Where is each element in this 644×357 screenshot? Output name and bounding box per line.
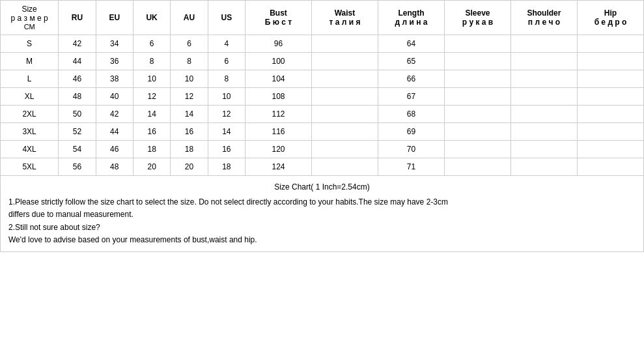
- cell-us: 8: [208, 70, 245, 88]
- cell-length: 64: [378, 35, 445, 53]
- table-row: 3XL524416161411669: [1, 123, 644, 141]
- cell-length: 69: [378, 123, 445, 141]
- header-hip: Hip б е д р о: [577, 1, 643, 35]
- cell-shoulder: [511, 53, 577, 70]
- cell-waist: [312, 141, 378, 158]
- cell-sleeve: [444, 35, 511, 53]
- cell-shoulder: [511, 106, 577, 123]
- cell-bust: 108: [245, 88, 312, 106]
- cell-uk: 18: [133, 141, 170, 158]
- cell-ru: 46: [59, 70, 96, 88]
- cell-sleeve: [444, 158, 511, 176]
- cell-hip: [577, 88, 643, 106]
- header-bust: Bust Б ю с т: [245, 1, 312, 35]
- cell-ru: 50: [59, 106, 96, 123]
- cell-uk: 16: [133, 123, 170, 141]
- cell-waist: [312, 106, 378, 123]
- cell-waist: [312, 53, 378, 70]
- cell-size: XL: [1, 88, 59, 106]
- table-row: S42346649664: [1, 35, 644, 53]
- cell-bust: 96: [245, 35, 312, 53]
- cell-eu: 38: [96, 70, 133, 88]
- cell-bust: 120: [245, 141, 312, 158]
- cell-hip: [577, 106, 643, 123]
- footer-note: 1.Please strictly follow the size chart …: [8, 196, 636, 246]
- footer-title: Size Chart( 1 Inch=2.54cm): [8, 181, 636, 193]
- cell-au: 8: [171, 53, 208, 70]
- cell-shoulder: [511, 70, 577, 88]
- cell-eu: 42: [96, 106, 133, 123]
- cell-bust: 100: [245, 53, 312, 70]
- size-chart-footer: Size Chart( 1 Inch=2.54cm) 1.Please stri…: [0, 176, 644, 252]
- cell-size: L: [1, 70, 59, 88]
- cell-length: 67: [378, 88, 445, 106]
- cell-shoulder: [511, 123, 577, 141]
- cell-length: 68: [378, 106, 445, 123]
- cell-uk: 20: [133, 158, 170, 176]
- cell-hip: [577, 158, 643, 176]
- cell-uk: 6: [133, 35, 170, 53]
- header-shoulder: Shoulder п л е ч о: [511, 1, 577, 35]
- cell-eu: 36: [96, 53, 133, 70]
- cell-eu: 44: [96, 123, 133, 141]
- header-ru: RU: [59, 1, 96, 35]
- table-row: 5XL564820201812471: [1, 158, 644, 176]
- cell-hip: [577, 70, 643, 88]
- table-row: M443688610065: [1, 53, 644, 70]
- cell-us: 14: [208, 123, 245, 141]
- cell-hip: [577, 53, 643, 70]
- cell-shoulder: [511, 141, 577, 158]
- cell-sleeve: [444, 70, 511, 88]
- cell-waist: [312, 123, 378, 141]
- cell-uk: 14: [133, 106, 170, 123]
- cell-size: 4XL: [1, 141, 59, 158]
- cell-waist: [312, 70, 378, 88]
- cell-au: 16: [171, 123, 208, 141]
- cell-sleeve: [444, 106, 511, 123]
- cell-size: S: [1, 35, 59, 53]
- cell-sleeve: [444, 141, 511, 158]
- header-us: US: [208, 1, 245, 35]
- cell-uk: 12: [133, 88, 170, 106]
- cell-size: 5XL: [1, 158, 59, 176]
- cell-length: 71: [378, 158, 445, 176]
- cell-bust: 116: [245, 123, 312, 141]
- cell-length: 66: [378, 70, 445, 88]
- cell-us: 12: [208, 106, 245, 123]
- cell-bust: 124: [245, 158, 312, 176]
- cell-length: 70: [378, 141, 445, 158]
- cell-au: 20: [171, 158, 208, 176]
- cell-ru: 42: [59, 35, 96, 53]
- cell-ru: 52: [59, 123, 96, 141]
- cell-ru: 44: [59, 53, 96, 70]
- cell-length: 65: [378, 53, 445, 70]
- cell-sleeve: [444, 53, 511, 70]
- cell-ru: 56: [59, 158, 96, 176]
- cell-waist: [312, 88, 378, 106]
- cell-eu: 40: [96, 88, 133, 106]
- cell-waist: [312, 158, 378, 176]
- cell-ru: 48: [59, 88, 96, 106]
- cell-bust: 112: [245, 106, 312, 123]
- size-table: Size р а з м е р СМ RU EU UK AU US Bust …: [0, 0, 644, 176]
- header-uk: UK: [133, 1, 170, 35]
- cell-size: 2XL: [1, 106, 59, 123]
- cell-us: 10: [208, 88, 245, 106]
- cell-au: 6: [171, 35, 208, 53]
- header-length: Length д л и н а: [378, 1, 445, 35]
- cell-eu: 34: [96, 35, 133, 53]
- header-au: AU: [171, 1, 208, 35]
- cell-size: 3XL: [1, 123, 59, 141]
- header-sleeve: Sleeve р у к а в: [444, 1, 511, 35]
- header-size: Size р а з м е р СМ: [1, 1, 59, 35]
- header-waist: Waist т а л и я: [312, 1, 378, 35]
- cell-uk: 8: [133, 53, 170, 70]
- table-row: 4XL544618181612070: [1, 141, 644, 158]
- cell-sleeve: [444, 123, 511, 141]
- cell-us: 6: [208, 53, 245, 70]
- cell-hip: [577, 35, 643, 53]
- size-chart-container: Size р а з м е р СМ RU EU UK AU US Bust …: [0, 0, 644, 252]
- table-row: L46381010810466: [1, 70, 644, 88]
- cell-au: 14: [171, 106, 208, 123]
- cell-au: 10: [171, 70, 208, 88]
